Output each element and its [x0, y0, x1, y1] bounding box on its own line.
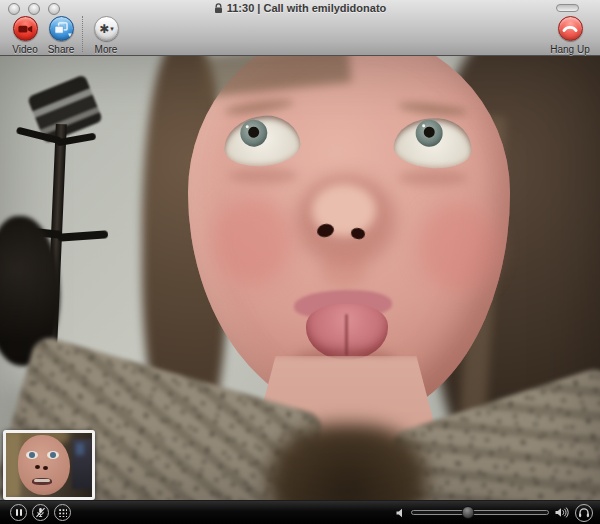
share-button-circle[interactable]: ▾: [49, 16, 74, 41]
share-button[interactable]: ▾ Share: [43, 16, 79, 55]
self-background-glow: [76, 443, 84, 455]
window-title-text: 11:30 | Call with emilydidonato: [227, 2, 387, 14]
dialpad-button[interactable]: [54, 504, 71, 521]
more-button-label: More: [95, 44, 118, 55]
self-view-thumbnail[interactable]: [3, 430, 95, 500]
volume-controls: [396, 504, 593, 522]
volume-high-icon: [555, 507, 569, 518]
self-nostril: [43, 466, 48, 470]
window-title: 11:30 | Call with emilydidonato: [0, 2, 600, 14]
video-button-circle[interactable]: [13, 16, 38, 41]
skype-call-window: 11:30 | Call with emilydidonato Video: [0, 0, 600, 524]
volume-low-icon: [396, 508, 405, 518]
self-nostril: [35, 465, 40, 469]
video-button-label: Video: [12, 44, 37, 55]
hangup-button-label: Hang Up: [550, 44, 589, 55]
titlebar-toolbar: 11:30 | Call with emilydidonato Video: [0, 0, 600, 56]
more-button-circle[interactable]: ✱ ▾: [94, 16, 119, 41]
hangup-button-circle[interactable]: [558, 16, 583, 41]
lock-icon: [214, 3, 223, 14]
call-control-buttons: [10, 504, 71, 521]
mute-microphone-button[interactable]: [32, 504, 49, 521]
share-dropdown-arrow: ▾: [68, 31, 72, 38]
self-iris: [29, 452, 35, 458]
gear-icon: ✱: [99, 23, 109, 35]
share-windows-icon: [54, 22, 68, 35]
hold-pause-icon: [16, 509, 22, 516]
toolbar-separator: [82, 16, 83, 52]
audio-output-button[interactable]: [575, 504, 593, 522]
more-button[interactable]: ✱ ▾ More: [88, 16, 124, 55]
dialpad-icon: [58, 508, 67, 517]
self-eye: [47, 451, 59, 459]
more-dropdown-arrow: ▾: [110, 25, 114, 32]
mute-mic-icon: [35, 507, 46, 518]
video-button[interactable]: Video: [7, 16, 43, 55]
self-face: [18, 435, 70, 495]
hold-call-button[interactable]: [10, 504, 27, 521]
call-control-bar: [0, 500, 600, 524]
toolbar-toggle-pill[interactable]: [556, 4, 579, 12]
share-button-label: Share: [48, 44, 75, 55]
volume-slider[interactable]: [411, 510, 549, 515]
self-eye: [26, 451, 38, 459]
video-camera-icon: [18, 24, 33, 34]
handset-icon: [562, 24, 578, 33]
toolbar-left-buttons: Video ▾ Share ✱ ▾ More: [7, 16, 124, 55]
self-iris: [50, 452, 56, 458]
self-teeth: [34, 479, 50, 482]
headset-icon: [578, 507, 590, 518]
hangup-button[interactable]: Hang Up: [545, 16, 595, 55]
volume-knob[interactable]: [461, 506, 474, 519]
